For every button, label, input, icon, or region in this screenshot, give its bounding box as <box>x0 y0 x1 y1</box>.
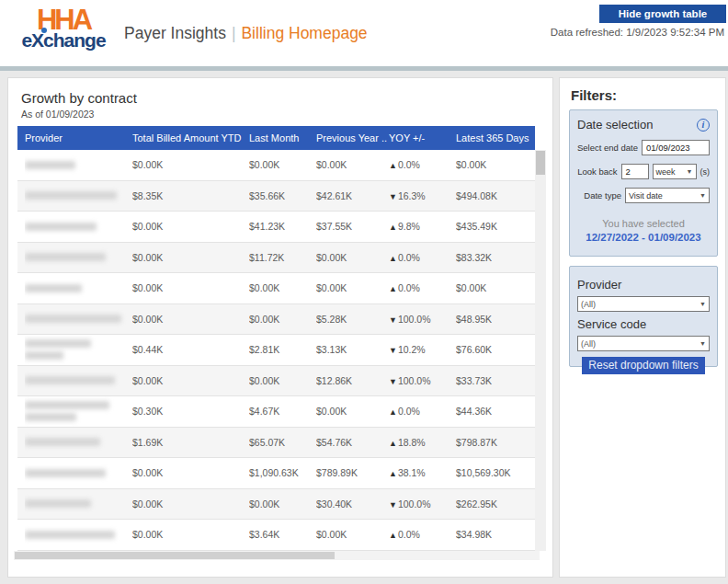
redacted-text-bar <box>25 531 115 539</box>
table-row[interactable]: $0.30K$4.67K$0.00K▲0.0%$44.36K <box>17 396 535 428</box>
cell-last-month: $41.23K <box>249 221 316 232</box>
cell-yoy: ▲38.1% <box>389 467 456 478</box>
look-back-input[interactable]: 2 <box>621 164 649 179</box>
yoy-percent: 0.0% <box>398 529 420 540</box>
column-header-yoy[interactable]: YOY +/- <box>389 132 456 143</box>
cell-total-billed-ytd: $0.44K <box>132 344 249 355</box>
cell-yoy: ▲18.8% <box>389 437 456 448</box>
data-refreshed-text: Data refreshed: 1/9/2023 9:52:34 PM <box>551 27 724 38</box>
provider-name-redacted <box>25 396 132 427</box>
cell-previous-year: $5.28K <box>316 314 389 325</box>
column-header-previous-year[interactable]: Previous Year .. <box>316 132 389 143</box>
cell-yoy: ▼100.0% <box>389 375 456 386</box>
table-row[interactable]: $8.35K$35.66K$42.61K▼16.3%$494.08K <box>17 181 535 212</box>
cell-last-month: $35.66K <box>249 190 316 201</box>
triangle-down-icon: ▼ <box>389 500 397 510</box>
provider-name-redacted <box>25 366 132 396</box>
table-body: $0.00K$0.00K$0.00K▲0.0%$0.00K$8.35K$35.6… <box>17 150 535 551</box>
table-title: Growth by contract <box>21 90 137 106</box>
cell-yoy: ▲0.0% <box>389 252 456 263</box>
cell-previous-year: $0.00K <box>316 159 389 170</box>
filters-panel: Filters: Date selection i Select end dat… <box>559 77 726 578</box>
column-header-last-month[interactable]: Last Month <box>249 132 316 143</box>
info-icon[interactable]: i <box>697 119 710 132</box>
provider-name-redacted <box>25 520 132 550</box>
date-type-value: Visit date <box>629 191 663 200</box>
table-row[interactable]: $0.00K$3.64K$0.00K▲0.0%$34.98K <box>17 520 535 551</box>
table-row[interactable]: $0.00K$0.00K$5.28K▼100.0%$48.95K <box>17 304 535 336</box>
cell-total-billed-ytd: $0.00K <box>132 467 249 478</box>
cell-latest-365-days: $83.32K <box>456 252 535 263</box>
provider-name-redacted <box>25 273 132 303</box>
column-header-latest-365-days[interactable]: Latest 365 Days <box>456 132 535 143</box>
filters-heading: Filters: <box>571 87 617 103</box>
cell-total-billed-ytd: $0.00K <box>132 529 249 540</box>
provider-name-redacted <box>25 458 132 488</box>
redacted-text-bar <box>25 351 63 360</box>
service-code-filter-label: Service code <box>577 317 710 331</box>
table-horizontal-scrollbar[interactable] <box>14 551 540 560</box>
vertical-scrollbar-thumb[interactable] <box>536 151 545 175</box>
cell-last-month: $0.00K <box>249 375 316 386</box>
cell-previous-year: $3.13K <box>316 344 389 355</box>
cell-latest-365-days: $34.98K <box>456 529 535 540</box>
provider-name-redacted <box>25 489 132 520</box>
table-row[interactable]: $0.00K$0.00K$30.40K▼100.0%$262.95K <box>17 489 535 521</box>
yoy-percent: 38.1% <box>398 467 426 478</box>
cell-yoy: ▼16.3% <box>389 190 456 201</box>
chevron-down-icon: ▼ <box>700 301 706 307</box>
chevron-down-icon: ▼ <box>687 168 693 175</box>
table-row[interactable]: $0.00K$41.23K$37.55K▲9.8%$435.49K <box>17 212 535 243</box>
provider-filter-label: Provider <box>577 278 710 292</box>
hha-exchange-logo: HHA eXchange <box>13 6 114 50</box>
table-row[interactable]: $0.44K$2.81K$3.13K▼10.2%$76.60K <box>17 335 535 366</box>
redacted-text-bar <box>25 438 100 446</box>
cell-previous-year: $0.00K <box>316 282 389 293</box>
yoy-percent: 18.8% <box>398 437 426 448</box>
yoy-percent: 9.8% <box>398 221 420 232</box>
table-row[interactable]: $0.00K$1,090.63K$789.89K▲38.1%$10,569.30… <box>17 458 535 489</box>
table-row[interactable]: $0.00K$0.00K$0.00K▲0.0%$0.00K <box>17 273 535 304</box>
redacted-text-bar <box>25 401 109 409</box>
provider-name-redacted <box>25 304 132 335</box>
table-vertical-scrollbar[interactable] <box>535 150 546 551</box>
growth-table-card: Growth by contract As of 01/09/2023 Prov… <box>7 77 553 578</box>
cell-latest-365-days: $33.73K <box>456 375 535 386</box>
end-date-input[interactable]: 01/09/2023 <box>642 140 710 155</box>
logo-text-bottom: eXchange <box>13 30 114 50</box>
reset-dropdown-filters-button[interactable]: Reset dropdown filters <box>582 357 705 374</box>
date-type-label: Date type <box>584 190 621 200</box>
triangle-up-icon: ▲ <box>389 223 397 232</box>
service-code-filter-dropdown[interactable]: (All) ▼ <box>577 336 710 351</box>
provider-name-redacted <box>25 212 132 242</box>
horizontal-scrollbar-thumb[interactable] <box>15 552 335 559</box>
redacted-text-bar <box>25 469 106 477</box>
date-selection-title: Date selection <box>577 118 653 132</box>
cell-latest-365-days: $435.49K <box>456 221 535 232</box>
provider-name-redacted <box>25 335 132 365</box>
cell-previous-year: $54.76K <box>316 437 389 448</box>
table-row[interactable]: $1.69K$65.07K$54.76K▲18.8%$798.87K <box>17 428 535 459</box>
provider-filter-dropdown[interactable]: (All) ▼ <box>577 296 710 312</box>
yoy-percent: 16.3% <box>398 190 426 201</box>
cell-latest-365-days: $0.00K <box>456 159 535 170</box>
cell-total-billed-ytd: $0.00K <box>132 252 249 263</box>
table-row[interactable]: $0.00K$11.72K$0.00K▲0.0%$83.32K <box>17 243 535 274</box>
look-back-unit-dropdown[interactable]: week ▼ <box>653 164 697 179</box>
cell-last-month: $0.00K <box>249 282 316 293</box>
yoy-percent: 10.2% <box>398 344 426 355</box>
look-back-label: Look back <box>577 166 617 177</box>
column-header-total-billed-ytd[interactable]: Total Billed Amount YTD <box>132 132 249 143</box>
cell-previous-year: $42.61K <box>316 190 389 201</box>
triangle-up-icon: ▲ <box>389 254 397 263</box>
column-header-provider[interactable]: Provider <box>25 132 132 143</box>
redacted-text-bar <box>25 223 97 231</box>
provider-name-redacted <box>25 181 132 212</box>
cell-yoy: ▲0.0% <box>389 529 456 540</box>
table-row[interactable]: $0.00K$0.00K$0.00K▲0.0%$0.00K <box>17 150 535 181</box>
triangle-up-icon: ▲ <box>389 284 397 293</box>
date-type-dropdown[interactable]: Visit date ▼ <box>625 188 710 203</box>
hide-growth-table-button[interactable]: Hide growth table <box>599 5 726 23</box>
cell-latest-365-days: $76.60K <box>456 344 535 355</box>
table-row[interactable]: $0.00K$0.00K$12.86K▼100.0%$33.73K <box>17 366 535 397</box>
